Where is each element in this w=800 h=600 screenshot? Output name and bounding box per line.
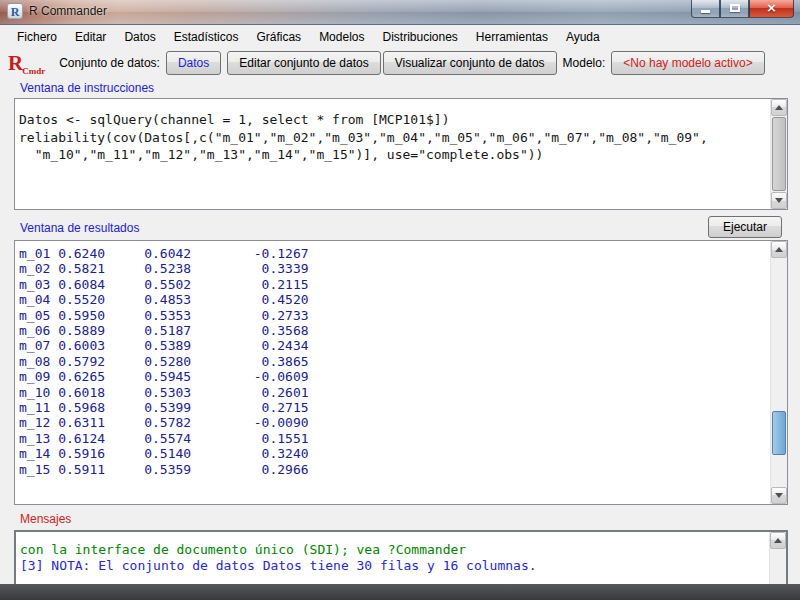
view-dataset-button[interactable]: Visualizar conjunto de datos bbox=[383, 51, 557, 75]
arrow-up-icon bbox=[774, 538, 782, 543]
script-window-label: Ventana de instrucciones bbox=[20, 81, 154, 95]
output-row: m_120.63110.5782-0.0090 bbox=[19, 415, 766, 430]
messages-label: Mensajes bbox=[20, 512, 71, 526]
script-window: Datos <- sqlQuery(channel = 1, select * … bbox=[14, 98, 788, 210]
script-scrollbar[interactable] bbox=[770, 99, 787, 209]
maximize-icon bbox=[730, 4, 740, 12]
message-line: [3] NOTA: El conjunto de datos Datos tie… bbox=[20, 558, 765, 574]
window-controls: × bbox=[691, 0, 794, 18]
output-row: m_150.59110.53590.2966 bbox=[19, 462, 766, 477]
close-button[interactable]: × bbox=[749, 0, 794, 18]
menu-item-ayuda[interactable]: Ayuda bbox=[557, 27, 609, 47]
titlebar-left: R R Commander bbox=[7, 3, 107, 19]
scrollbar-thumb[interactable] bbox=[772, 117, 786, 191]
scroll-up-button[interactable] bbox=[771, 99, 787, 116]
scroll-up-button[interactable] bbox=[771, 241, 787, 258]
scroll-up-button[interactable] bbox=[770, 532, 786, 549]
menu-item-estadisticos[interactable]: Estadísticos bbox=[165, 27, 248, 47]
close-icon: × bbox=[750, 0, 793, 16]
model-label: Modelo: bbox=[563, 56, 606, 70]
arrow-up-icon bbox=[775, 105, 783, 110]
menu-item-datos[interactable]: Datos bbox=[115, 27, 164, 47]
scrollbar-thumb[interactable] bbox=[772, 411, 786, 455]
output-row: m_020.58210.52380.3339 bbox=[19, 261, 766, 276]
minimize-icon bbox=[701, 10, 710, 13]
output-row: m_060.58890.51870.3568 bbox=[19, 323, 766, 338]
window-title: R Commander bbox=[29, 4, 107, 18]
menu-item-fichero[interactable]: Fichero bbox=[8, 27, 66, 47]
output-row: m_050.59500.53530.2733 bbox=[19, 308, 766, 323]
model-button[interactable]: <No hay modelo activo> bbox=[611, 51, 764, 75]
maximize-button[interactable] bbox=[720, 0, 749, 18]
scrollbar-track[interactable] bbox=[771, 116, 787, 192]
output-row: m_090.62650.5945-0.0609 bbox=[19, 369, 766, 384]
output-row: m_100.60180.53030.2601 bbox=[19, 385, 766, 400]
scrollbar-track[interactable] bbox=[771, 258, 787, 487]
output-row: m_010.62400.6042-0.1267 bbox=[19, 246, 766, 261]
arrow-down-icon bbox=[775, 198, 783, 203]
arrow-down-icon bbox=[775, 493, 783, 498]
output-row: m_140.59160.51400.3240 bbox=[19, 446, 766, 461]
scroll-down-button[interactable] bbox=[771, 192, 787, 209]
menu-item-editar[interactable]: Editar bbox=[66, 27, 115, 47]
output-scrollbar[interactable] bbox=[770, 241, 787, 504]
minimize-button[interactable] bbox=[691, 0, 720, 18]
output-row: m_130.61240.55740.1551 bbox=[19, 431, 766, 446]
dataset-label: Conjunto de datos: bbox=[59, 56, 160, 70]
dataset-button[interactable]: Datos bbox=[166, 51, 221, 75]
toolbar: RCmdr Conjunto de datos: Datos Editar co… bbox=[0, 48, 800, 78]
edit-dataset-button[interactable]: Editar conjunto de datos bbox=[227, 51, 380, 75]
window-titlebar[interactable]: R R Commander × bbox=[0, 0, 800, 25]
results-window-label: Ventana de resultados bbox=[20, 221, 139, 235]
output-window: m_010.62400.6042-0.1267m_020.58210.52380… bbox=[14, 240, 788, 505]
output-row: m_110.59680.53990.2715 bbox=[19, 400, 766, 415]
r-app-icon: R bbox=[7, 3, 23, 19]
message-line: con la interface de documento único (SDI… bbox=[20, 542, 765, 558]
menu-item-distribuciones[interactable]: Distribuciones bbox=[373, 27, 466, 47]
output-row: m_040.55200.48530.4520 bbox=[19, 292, 766, 307]
output-row: m_030.60840.55020.2115 bbox=[19, 277, 766, 292]
scroll-down-button[interactable] bbox=[771, 487, 787, 504]
menu-item-herramientas[interactable]: Herramientas bbox=[467, 27, 557, 47]
menu-item-modelos[interactable]: Modelos bbox=[310, 27, 373, 47]
taskbar-strip bbox=[0, 584, 800, 600]
r-commander-window: R R Commander × FicheroEditarDatosEstadí… bbox=[0, 0, 800, 600]
output-text[interactable]: m_010.62400.6042-0.1267m_020.58210.52380… bbox=[15, 241, 770, 504]
output-row: m_080.57920.52800.3865 bbox=[19, 354, 766, 369]
menubar: FicheroEditarDatosEstadísticosGráficasMo… bbox=[0, 26, 800, 48]
output-row: m_070.60030.53890.2434 bbox=[19, 338, 766, 353]
script-text[interactable]: Datos <- sqlQuery(channel = 1, select * … bbox=[15, 99, 770, 209]
menu-item-graficas[interactable]: Gráficas bbox=[247, 27, 310, 47]
arrow-up-icon bbox=[775, 247, 783, 252]
execute-button[interactable]: Ejecutar bbox=[708, 216, 782, 238]
rcmdr-logo-icon: RCmdr bbox=[8, 51, 45, 76]
